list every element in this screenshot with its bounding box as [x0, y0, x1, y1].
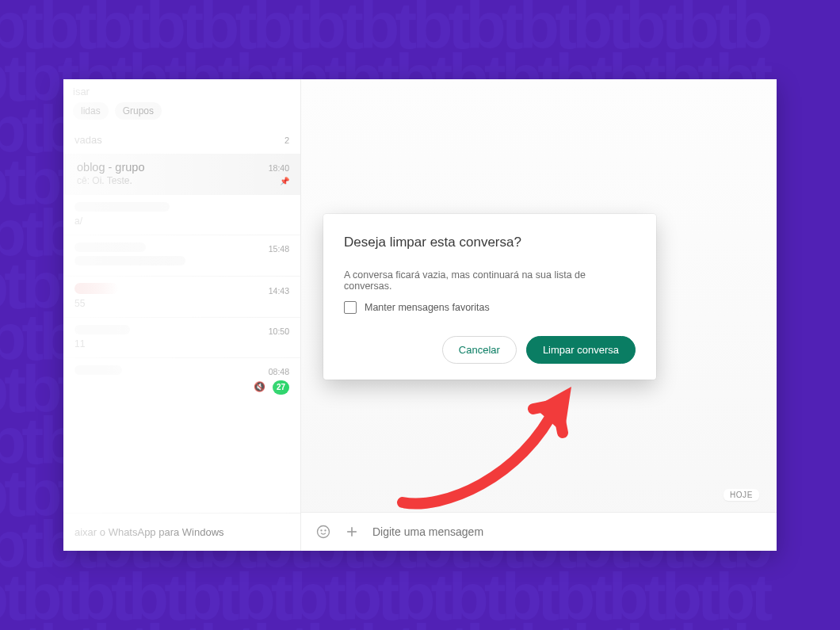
filter-chip-groups[interactable]: Grupos	[115, 102, 162, 120]
unread-badge: 27	[273, 380, 289, 395]
chat-item[interactable]: 10:50 11	[63, 317, 300, 357]
mute-icon: 🔇	[254, 381, 265, 392]
message-input[interactable]	[372, 525, 762, 538]
attach-icon[interactable]	[344, 524, 360, 540]
chat-item[interactable]: 08:48 🔇 27	[63, 357, 300, 403]
dialog-title: Deseja limpar esta conversa?	[344, 235, 636, 250]
date-separator: HOJE	[724, 489, 759, 501]
svg-point-0	[318, 526, 330, 538]
emoji-icon[interactable]	[315, 524, 331, 540]
clear-chat-button[interactable]: Limpar conversa	[526, 336, 636, 364]
sidebar-section-header: vadas 2	[63, 126, 300, 154]
chat-time: 15:48	[269, 244, 289, 254]
chat-item[interactable]: oblog - grupo 18:40 cê: Oi. Teste. 📌	[63, 154, 300, 194]
keep-starred-label: Manter mensagens favoritas	[365, 302, 490, 313]
chat-preview: cê: Oi. Teste.	[77, 175, 132, 186]
keep-starred-checkbox[interactable]	[344, 301, 357, 314]
section-label: vadas	[74, 134, 102, 146]
svg-point-1	[321, 530, 322, 531]
message-composer	[301, 512, 777, 551]
chat-item[interactable]: 14:43 55	[63, 276, 300, 317]
sidebar-footer-link[interactable]: aixar o WhatsApp para Windows	[63, 513, 300, 551]
filter-chip-unread[interactable]: lidas	[73, 102, 109, 120]
cancel-button[interactable]: Cancelar	[442, 336, 517, 364]
dialog-description: A conversa ficará vazia, mas continuará …	[344, 269, 636, 292]
chat-preview: a/	[74, 216, 82, 227]
section-count: 2	[284, 136, 289, 145]
search-input[interactable]: isar	[63, 79, 300, 102]
chat-time: 14:43	[269, 286, 289, 296]
chat-title: oblog - grupo	[77, 161, 144, 174]
chat-time: 10:50	[269, 326, 289, 336]
chat-time: 08:48	[269, 367, 289, 376]
svg-point-2	[325, 530, 326, 531]
clear-chat-dialog: Deseja limpar esta conversa? A conversa …	[323, 214, 656, 380]
pin-icon: 📌	[280, 177, 289, 185]
chat-preview: 11	[74, 338, 85, 349]
chat-item[interactable]: 15:48	[63, 235, 300, 276]
sidebar: isar lidas Grupos vadas 2 oblog - grupo …	[63, 79, 301, 551]
chat-preview: 55	[74, 298, 85, 309]
chat-item[interactable]: a/	[63, 194, 300, 235]
chat-time: 18:40	[269, 163, 289, 173]
